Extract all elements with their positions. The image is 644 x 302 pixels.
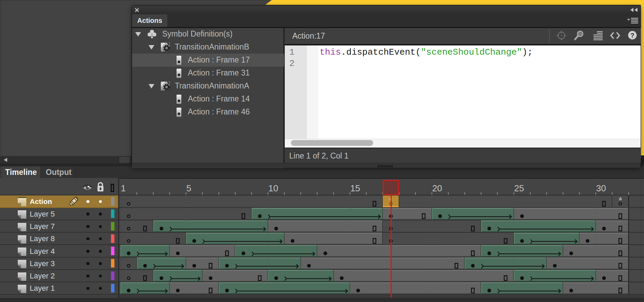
svg-text:10: 10 xyxy=(268,183,278,193)
svg-text:1: 1 xyxy=(121,183,126,193)
svg-text:15: 15 xyxy=(350,183,360,193)
svg-text:25: 25 xyxy=(514,183,524,193)
svg-text:30: 30 xyxy=(596,183,606,193)
svg-text:a: a xyxy=(619,196,622,202)
svg-text:?: ? xyxy=(630,32,634,39)
svg-text:5: 5 xyxy=(186,183,191,193)
svg-text:20: 20 xyxy=(432,183,442,193)
